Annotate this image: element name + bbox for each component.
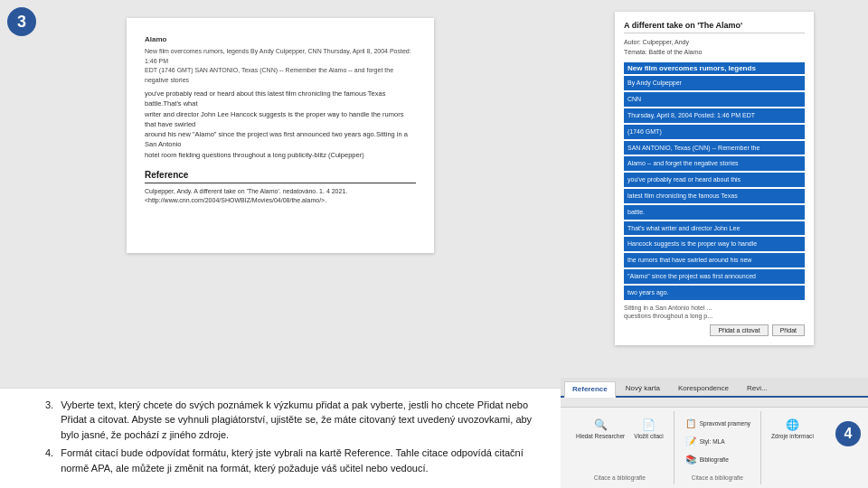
add-cite-button[interactable]: Přidat a citovat [710, 324, 768, 336]
item3-num: 3. [45, 398, 53, 443]
reference-section: Reference Culpepper, Andy. A different t… [145, 169, 416, 206]
styl-btn[interactable]: 📝 Styl: MLA [682, 433, 728, 449]
hledat-btn[interactable]: 🔍 Hledat Researcher [573, 415, 627, 441]
item3-text: Vyberte text, který chcete do svých pozn… [61, 398, 542, 443]
group2-label: Citace a bibliografie [692, 474, 743, 481]
sources-info-icon: 🌐 [784, 417, 802, 433]
left-panel: 3 Alamo New film overcomes rumors, legen… [0, 0, 561, 488]
insert-citation-icon: 📄 [639, 417, 657, 433]
ribbon-area: 🔍 Hledat Researcher 📄 Vložit citaci Cita… [561, 407, 868, 488]
doc-title: Alamo [145, 34, 416, 44]
item4-text: Formát citací bude odpovídat formátu, kt… [61, 446, 542, 475]
byline-highlight3: Thursday, April 8, 2004 Posted: 1:46 PM … [624, 108, 805, 123]
step4-badge: 4 [835, 421, 861, 446]
ribbon-group1: 🔍 Hledat Researcher 📄 Vložit citaci Cita… [566, 411, 675, 484]
bibliography-icon: 📚 [684, 453, 697, 465]
manage-sources-icon: 📋 [684, 417, 697, 429]
byline-highlight4: (1746 GMT) [624, 125, 805, 139]
tab-nova-karta[interactable]: Nový karta [618, 380, 668, 396]
body-highlight2: Alamo -- and forget the negative stories [624, 156, 805, 171]
bibliografie-btn[interactable]: 📚 Bibliografie [682, 451, 731, 467]
body-highlight10: two years ago. [624, 286, 805, 300]
ribbon-group3: 🌐 Zdroje informací [761, 411, 824, 484]
popup-buttons: Přidat a citovat Přidat [624, 324, 805, 336]
tab-korespondence[interactable]: Korespondence [670, 380, 737, 396]
body-highlight5: battle. [624, 205, 805, 220]
zdroje-btn[interactable]: 🌐 Zdroje informací [769, 415, 816, 441]
body-highlight1: SAN ANTONIO, Texas (CNN) -- Remember the [624, 141, 805, 155]
reference-text: Culpepper, Andy. A different take on 'Th… [145, 187, 416, 206]
body-highlight9: "Alamo" since the project was first anno… [624, 269, 805, 284]
faded-text: Sitting in a San Antonio hotel ... quest… [624, 304, 805, 322]
article-heading-highlight: New film overcomes rumors, legends [624, 62, 805, 74]
ribbon-container: Reference Nový karta Korespondence Revi.… [561, 398, 868, 488]
step3-badge: 3 [7, 7, 36, 36]
byline-highlight1: By Andy Culpepper [624, 76, 805, 90]
source-card-title: A different take on 'The Alamo' [624, 21, 805, 33]
doc-meta1: New film overcomes rumors, legends By An… [145, 47, 416, 85]
tab-reference[interactable]: Reference [564, 381, 616, 398]
instruction-item3: 3. Vyberte text, který chcete do svých p… [45, 398, 542, 443]
tab-revi[interactable]: Revi... [739, 380, 776, 396]
reference-heading: Reference [145, 169, 416, 183]
item4-num: 4. [45, 446, 53, 475]
document-paper: Alamo New film overcomes rumors, legends… [127, 18, 434, 253]
body-highlight8: the rumors that have swirled around his … [624, 253, 805, 267]
doc-body: you've probably read or heard about this… [145, 89, 416, 160]
group1-label: Citace a bibliografie [594, 474, 646, 481]
spravit-btn[interactable]: 📋 Spravovat prameny [682, 415, 753, 431]
source-meta: Autor: Culpepper, Andy Témata: Battle of… [624, 37, 805, 57]
ribbon-btn-row1: 🔍 Hledat Researcher 📄 Vložit citaci [573, 415, 666, 441]
body-highlight6: That's what writer and director John Lee [624, 221, 805, 236]
main-container: 3 Alamo New film overcomes rumors, legen… [0, 0, 868, 488]
body-highlight7: Hancock suggests is the proper way to ha… [624, 237, 805, 251]
vlozit-btn[interactable]: 📄 Vložit citaci [631, 415, 666, 441]
article-preview: New film overcomes rumors, legends By An… [624, 62, 805, 336]
byline-highlight2: CNN [624, 92, 805, 107]
search-researcher-icon: 🔍 [591, 417, 609, 433]
add-button[interactable]: Přidat [772, 324, 805, 336]
ribbon-tab-bar: Reference Nový karta Korespondence Revi.… [561, 378, 868, 398]
right-panel: A different take on 'The Alamo' Autor: C… [561, 0, 868, 488]
body-highlight3: you've probably read or heard about this [624, 173, 805, 187]
style-icon: 📝 [684, 435, 697, 447]
ribbon-group2: 📋 Spravovat prameny 📝 Styl: MLA 📚 Biblio… [675, 411, 761, 484]
instructions-area: 3. Vyberte text, který chcete do svých p… [0, 388, 561, 489]
instruction-item4: 4. Formát citací bude odpovídat formátu,… [45, 446, 542, 475]
source-card: A different take on 'The Alamo' Autor: C… [615, 12, 814, 345]
body-highlight4: latest film chronicling the famous Texas [624, 189, 805, 203]
